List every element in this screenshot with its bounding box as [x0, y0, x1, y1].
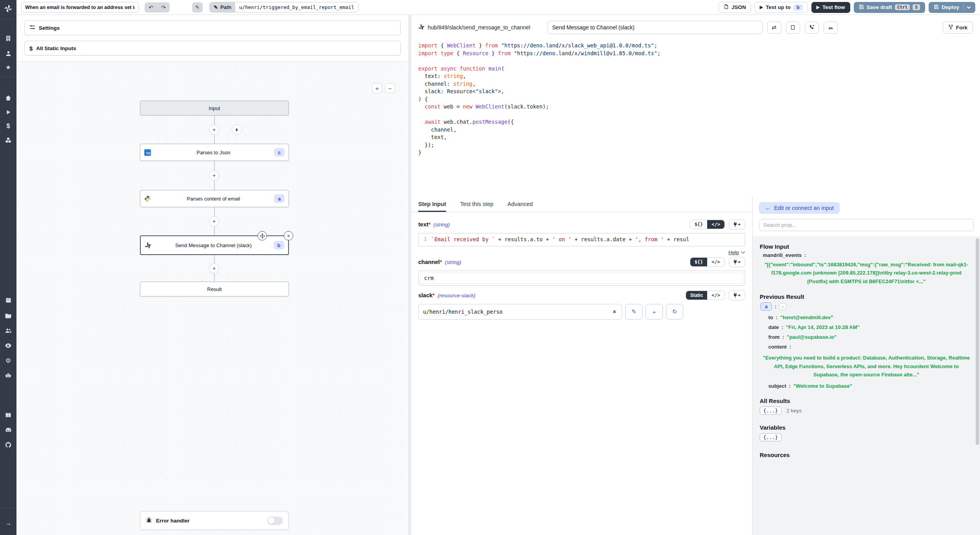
slack-resource-picker[interactable]: u/henri/henri_slack_perso × [418, 304, 622, 320]
result-field-row[interactable]: to:"henri@windmill.dev" [760, 314, 973, 320]
flow-input-key-row[interactable]: mandrill_events : [760, 252, 973, 258]
code-mode-segment[interactable]: </> [707, 291, 724, 300]
variables-dollar-icon[interactable]: $ [0, 121, 16, 132]
resources-cubes-icon[interactable] [0, 135, 16, 146]
github-icon[interactable] [0, 439, 16, 450]
edit-resource-button[interactable]: ✎ [625, 304, 642, 320]
play-icon: ▶ [817, 5, 820, 10]
save-draft-button[interactable]: Save draft Ctrl S [854, 2, 925, 13]
box-button[interactable] [786, 22, 800, 34]
result-field-row[interactable]: subject:"Welcome to Supabase" [760, 383, 973, 389]
workspace-icon[interactable] [0, 33, 16, 44]
context-scroll-area[interactable]: Flow Input mandrill_events : "[{"event":… [753, 236, 980, 535]
flow-node-send-message-to-channel[interactable]: Send Message to Channel (slack) b × [140, 235, 289, 255]
flow-node-result[interactable]: Result [140, 282, 289, 296]
docs-book-icon[interactable] [0, 410, 16, 421]
error-handler-box[interactable]: Error handler [140, 511, 289, 530]
runs-play-icon[interactable] [0, 107, 16, 117]
expr-mode-segment[interactable]: ${} [690, 258, 708, 266]
error-handler-toggle[interactable] [267, 517, 283, 525]
home-icon[interactable] [0, 92, 16, 103]
hub-script-path[interactable]: hub/849/slack/send_message_to_channel [418, 24, 530, 31]
panel-resize-handle[interactable] [408, 15, 411, 535]
discord-icon[interactable] [0, 425, 16, 436]
path-value[interactable]: u/henri/triggered_by_email_report_email [235, 2, 358, 12]
slack-field-label-row: slack* (resource-slack) Static </> [418, 290, 745, 300]
tab-step-input[interactable]: Step Input [418, 196, 446, 212]
test-up-to-button[interactable]: ▶ Test up to b [755, 2, 808, 13]
add-step-button[interactable]: + [209, 216, 219, 226]
windmill-logo[interactable] [0, 3, 16, 14]
code-editor[interactable]: import { WebClient } from "https://deno.… [411, 40, 980, 196]
folders-icon[interactable] [0, 310, 16, 321]
schedules-calendar-icon[interactable] [0, 295, 16, 305]
code-mode-segment[interactable]: </> [707, 258, 724, 266]
expand-braces-chip[interactable]: {...} [760, 407, 782, 415]
chevron-down-icon[interactable] [967, 5, 971, 9]
add-step-button[interactable]: + [209, 263, 219, 273]
keys-count: 2 keys [786, 408, 802, 414]
add-step-button[interactable]: + [209, 125, 219, 135]
refresh-resource-button[interactable]: ↻ [666, 304, 683, 320]
expr-mode-segment[interactable]: ${} [690, 220, 708, 229]
connect-input-plug-button[interactable] [729, 219, 745, 230]
text-expression-editor[interactable]: 1 `Email received by ` + results.a.to + … [418, 233, 745, 246]
edit-pencil-button[interactable]: ✎ [192, 2, 203, 13]
result-field-block-value[interactable]: "Everything you need to build a product:… [760, 354, 973, 379]
add-resource-button[interactable]: + [646, 304, 663, 320]
fork-button[interactable]: Fork [943, 22, 973, 34]
help-link[interactable]: Help [728, 249, 739, 255]
path-edit-button[interactable]: ✎ Path [210, 2, 235, 12]
audit-eye-icon[interactable] [0, 340, 16, 351]
test-flow-button[interactable]: ▶ Test flow [811, 2, 850, 13]
expand-braces-chip[interactable]: {...} [760, 433, 782, 441]
expand-rail-arrow-icon[interactable]: → [0, 518, 16, 529]
previous-result-fields: to:"henri@windmill.dev"date:"Fri, Apr 14… [760, 314, 973, 389]
groups-users-gear-icon[interactable] [0, 325, 16, 336]
result-field-row[interactable]: from:"paul@supabase.io" [760, 334, 973, 340]
user-icon[interactable] [0, 48, 16, 59]
channel-value-editor[interactable]: crm [418, 271, 745, 286]
result-key-badge[interactable]: a [760, 302, 772, 311]
chevron-down-icon[interactable] [741, 250, 745, 254]
flow-settings-button[interactable]: Settings [24, 20, 401, 35]
step-summary-input[interactable] [548, 21, 762, 34]
add-step-button[interactable]: + [209, 170, 219, 181]
swap-arrows-button[interactable]: ⇄ [767, 22, 781, 34]
diff-view-button[interactable] [824, 22, 838, 34]
connect-input-plug-button[interactable] [729, 257, 745, 267]
redo-button[interactable]: ↷ [157, 2, 170, 13]
scrollbar-thumb[interactable] [976, 238, 979, 445]
tab-test-this-step[interactable]: Test this step [460, 196, 494, 212]
zoom-in-button[interactable]: + [372, 83, 382, 93]
favorites-star-icon[interactable]: ★ [0, 62, 16, 73]
flow-node-parses-to-json[interactable]: TS Parses to Json c [140, 144, 289, 161]
flow-node-input[interactable]: Input [140, 101, 289, 116]
flow-input-value[interactable]: "[{"event":"inbound","ts":1683819426,"ms… [760, 260, 973, 286]
channel-value[interactable]: crm [420, 273, 743, 284]
undo-button[interactable]: ↶ [145, 2, 157, 13]
all-static-inputs-button[interactable]: $ All Static Inputs [24, 41, 401, 56]
connect-input-plug-button[interactable] [729, 290, 745, 300]
zoom-out-button[interactable]: − [385, 83, 395, 93]
static-mode-segment[interactable]: Static [686, 291, 708, 300]
search-prop-input[interactable] [759, 219, 974, 231]
workers-robot-icon[interactable] [0, 370, 16, 381]
phone-webhook-button[interactable] [805, 22, 819, 34]
clear-resource-icon[interactable]: × [612, 308, 617, 315]
edit-or-connect-button[interactable]: ← Edit or connect an input [759, 202, 840, 214]
tab-advanced[interactable]: Advanced [508, 196, 533, 212]
delete-step-button[interactable]: × [284, 231, 293, 240]
flow-canvas[interactable]: + − Input + TS Parses to Json c + [16, 61, 408, 535]
settings-gear-icon[interactable]: ⚙ [0, 355, 16, 366]
json-button[interactable]: JSON [719, 2, 751, 13]
result-field-row[interactable]: content: [760, 344, 973, 350]
code-mode-segment[interactable]: </> [707, 220, 724, 229]
flow-title-input[interactable] [21, 2, 139, 13]
move-step-handle[interactable] [258, 231, 267, 240]
collapse-chip[interactable]: - [779, 303, 786, 310]
result-field-row[interactable]: date:"Fri, Apr 14, 2023 at 10:28 AM" [760, 324, 973, 330]
trigger-bolt-button[interactable] [232, 125, 242, 135]
flow-node-parses-content-of-email[interactable]: Parses content of email a [140, 190, 289, 207]
deploy-button[interactable]: Deploy [929, 2, 975, 13]
